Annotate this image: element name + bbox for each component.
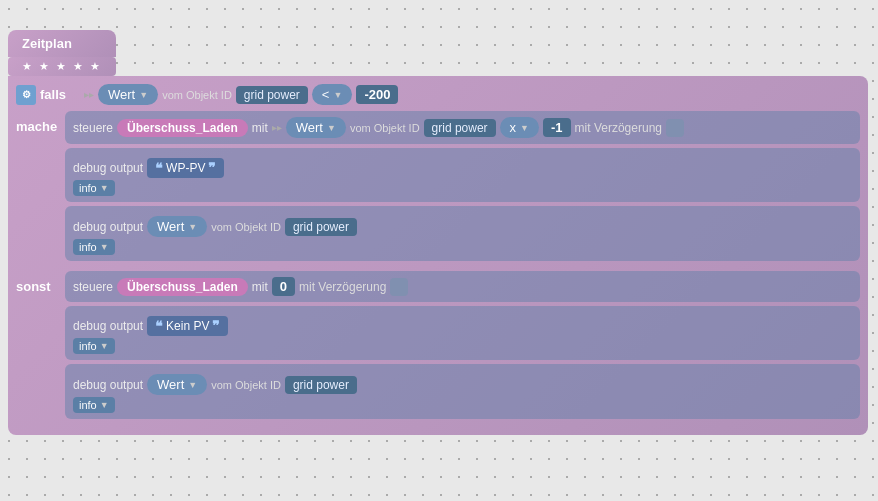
debug-row-2: debug output Wert ▼ vom Objekt ID grid p… [73, 216, 852, 237]
mit-label-2: mit [252, 280, 268, 294]
multiply-dropdown[interactable]: x ▼ [500, 117, 539, 138]
grid-power-badge-1: grid power [236, 86, 308, 104]
quote-open-1: ❝ [155, 160, 163, 176]
info-row-4: info ▼ [73, 397, 852, 413]
steuere-label-2: steuere [73, 280, 113, 294]
zero-badge: 0 [272, 277, 295, 296]
debug-block-1: debug output ❝ WP-PV ❞ info ▼ [65, 148, 860, 202]
steuere-row-1: steuere Überschuss_Laden mit ▸▸ Wert ▼ v… [73, 117, 852, 138]
info-dropdown-3[interactable]: info ▼ [73, 338, 115, 354]
debug-output-label-4: debug output [73, 378, 143, 392]
wert-dropdown-2[interactable]: Wert ▼ [286, 117, 346, 138]
debug-block-2: debug output Wert ▼ vom Objekt ID grid p… [65, 206, 860, 261]
debug-output-label-1: debug output [73, 161, 143, 175]
wert-dropdown-1[interactable]: Wert ▼ [98, 84, 158, 105]
falls-row: ⚙ falls ▸▸ Wert ▼ vom Objekt ID grid pow… [16, 84, 860, 105]
mache-section: mache steuere Überschuss_Laden mit ▸▸ We… [16, 111, 860, 265]
mit-verzoegerung-1: mit Verzögerung [575, 121, 662, 135]
info-arrow-3: ▼ [100, 341, 109, 351]
info-arrow-4: ▼ [100, 400, 109, 410]
info-arrow-2: ▼ [100, 242, 109, 252]
falls-icon: ⚙ [16, 85, 36, 105]
wert-dropdown-3[interactable]: Wert ▼ [147, 216, 207, 237]
dropdown-arrow-op: ▼ [333, 90, 342, 100]
debug-output-label-2: debug output [73, 220, 143, 234]
minus-one-badge: -1 [543, 118, 571, 137]
operator-dropdown[interactable]: < ▼ [312, 84, 353, 105]
debug-row-4: debug output Wert ▼ vom Objekt ID grid p… [73, 374, 852, 395]
dropdown-arrow-mult: ▼ [520, 123, 529, 133]
main-container: Zeitplan ★ ★ ★ ★ ★ ⚙ falls ▸▸ Wert ▼ vom… [8, 30, 868, 435]
info-dropdown-1[interactable]: info ▼ [73, 180, 115, 196]
info-arrow-1: ▼ [100, 183, 109, 193]
wert-dropdown-4[interactable]: Wert ▼ [147, 374, 207, 395]
debug-output-label-3: debug output [73, 319, 143, 333]
steuere-label-1: steuere [73, 121, 113, 135]
uberschuss-laden-1[interactable]: Überschuss_Laden [117, 119, 248, 137]
kein-pv-block: ❝ Kein PV ❞ [147, 316, 228, 336]
vom-objekt-id-2: vom Objekt ID [350, 122, 420, 134]
steuere-row-2: steuere Überschuss_Laden mit 0 mit Verzö… [73, 277, 852, 296]
mit-label-1: mit [252, 121, 268, 135]
grid-power-badge-2: grid power [424, 119, 496, 137]
info-row-2: info ▼ [73, 239, 852, 255]
wp-pv-block: ❝ WP-PV ❞ [147, 158, 224, 178]
uberschuss-laden-2[interactable]: Überschuss_Laden [117, 278, 248, 296]
sonst-content: steuere Überschuss_Laden mit 0 mit Verzö… [65, 271, 860, 423]
zeitplan-block[interactable]: Zeitplan [8, 30, 116, 57]
sonst-label: sonst [16, 271, 61, 294]
debug-block-3: debug output ❝ Kein PV ❞ info ▼ [65, 306, 860, 360]
toggle-2[interactable] [390, 278, 408, 296]
dropdown-arrow-3: ▼ [188, 222, 197, 232]
vom-objekt-id-3: vom Objekt ID [211, 221, 281, 233]
steuere-block-1: steuere Überschuss_Laden mit ▸▸ Wert ▼ v… [65, 111, 860, 144]
dropdown-arrow-4: ▼ [188, 380, 197, 390]
zeitplan-title: Zeitplan [22, 36, 72, 51]
value-badge: -200 [356, 85, 398, 104]
info-dropdown-4[interactable]: info ▼ [73, 397, 115, 413]
mache-label: mache [16, 111, 61, 134]
sonst-section: sonst steuere Überschuss_Laden mit 0 mit… [16, 271, 860, 423]
quote-open-2: ❝ [155, 318, 163, 334]
zeitplan-stars: ★ ★ ★ ★ ★ [8, 57, 116, 76]
dropdown-arrow-2: ▼ [327, 123, 336, 133]
quote-close-2: ❞ [212, 318, 220, 334]
grid-power-badge-3: grid power [285, 218, 357, 236]
info-row-3: info ▼ [73, 338, 852, 354]
debug-row-3: debug output ❝ Kein PV ❞ [73, 316, 852, 336]
debug-row-1: debug output ❝ WP-PV ❞ [73, 158, 852, 178]
vom-objekt-id-label-1: vom Objekt ID [162, 89, 232, 101]
toggle-1[interactable] [666, 119, 684, 137]
outer-block: ⚙ falls ▸▸ Wert ▼ vom Objekt ID grid pow… [8, 76, 868, 435]
mache-content: steuere Überschuss_Laden mit ▸▸ Wert ▼ v… [65, 111, 860, 265]
debug-block-4: debug output Wert ▼ vom Objekt ID grid p… [65, 364, 860, 419]
mit-verzoegerung-2: mit Verzögerung [299, 280, 386, 294]
steuere-block-2: steuere Überschuss_Laden mit 0 mit Verzö… [65, 271, 860, 302]
info-row-1: info ▼ [73, 180, 852, 196]
grid-power-badge-4: grid power [285, 376, 357, 394]
falls-label: falls [40, 87, 80, 102]
vom-objekt-id-4: vom Objekt ID [211, 379, 281, 391]
info-dropdown-2[interactable]: info ▼ [73, 239, 115, 255]
quote-close-1: ❞ [208, 160, 216, 176]
dropdown-arrow-1: ▼ [139, 90, 148, 100]
